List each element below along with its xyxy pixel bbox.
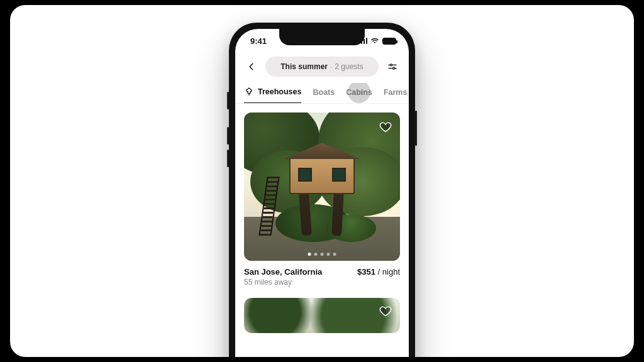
wishlist-button[interactable] <box>377 303 394 319</box>
app-header: This summer · 2 guests <box>235 53 409 83</box>
phone-screen: 9:41 Th <box>235 29 409 357</box>
wishlist-button[interactable] <box>377 119 394 135</box>
tab-cabins[interactable]: Cabins <box>346 84 372 103</box>
price-value: $351 <box>357 267 375 277</box>
listing-distance: 55 miles away <box>244 278 400 287</box>
wifi-icon <box>370 38 379 44</box>
svg-point-3 <box>393 67 395 69</box>
category-tabs: Treehouses Boats Cabins Farms Tiny <box>235 83 409 104</box>
tab-label: Boats <box>313 88 335 97</box>
tab-label: Cabins <box>346 88 372 97</box>
tab-treehouses[interactable]: Treehouses <box>244 83 301 103</box>
promo-frame: 9:41 Th <box>10 5 634 357</box>
svg-point-1 <box>391 64 392 66</box>
tab-boats[interactable]: Boats <box>313 84 335 103</box>
listing-card[interactable] <box>244 298 400 333</box>
search-separator: · <box>330 62 332 71</box>
tab-label: Farms <box>384 88 408 97</box>
sliders-icon <box>387 62 397 72</box>
search-primary-text: This summer <box>280 62 328 71</box>
filter-button[interactable] <box>385 59 400 74</box>
back-button[interactable] <box>244 59 259 74</box>
search-secondary-text: 2 guests <box>335 62 363 71</box>
chevron-left-icon <box>247 62 256 71</box>
listing-location: San Jose, California <box>244 267 322 277</box>
listing-photo[interactable] <box>244 112 400 261</box>
listing-meta: San Jose, California $351 / night <box>244 267 400 277</box>
heart-icon <box>379 120 392 134</box>
listing-price: $351 / night <box>357 267 400 277</box>
listing-feed[interactable]: San Jose, California $351 / night 55 mil… <box>235 104 409 333</box>
search-pill[interactable]: This summer · 2 guests <box>265 57 379 77</box>
listing-card[interactable]: San Jose, California $351 / night 55 mil… <box>244 112 400 287</box>
treehouse-icon <box>244 87 254 97</box>
listing-photo[interactable] <box>244 298 400 333</box>
battery-icon <box>382 38 396 45</box>
tab-label: Treehouses <box>258 87 301 96</box>
status-time: 9:41 <box>250 36 267 46</box>
phone-mockup: 9:41 Th <box>229 23 415 357</box>
photo-pagination <box>308 253 336 256</box>
price-unit: / night <box>375 267 400 277</box>
heart-icon <box>379 304 392 318</box>
phone-notch <box>279 29 365 45</box>
tab-farms[interactable]: Farms <box>384 84 408 103</box>
